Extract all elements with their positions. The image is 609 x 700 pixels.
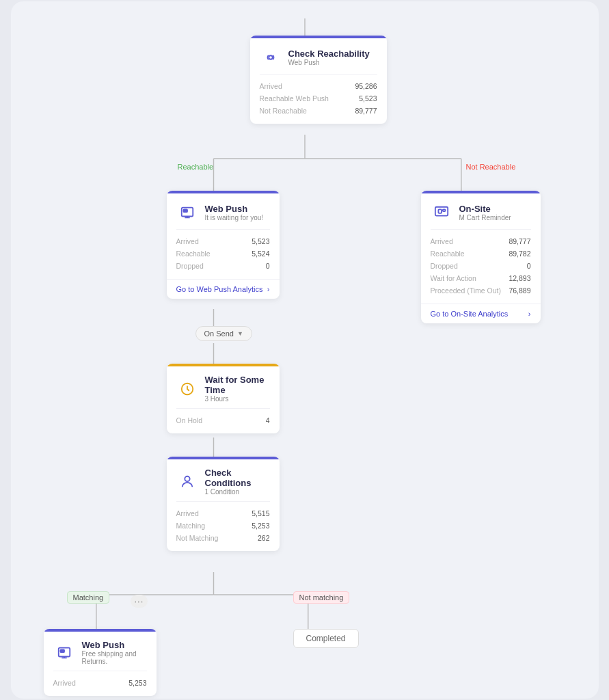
- not-reachable-label: Not Reachable: [462, 161, 520, 172]
- stat-value-dropped-wp: 0: [266, 262, 270, 270]
- check-conditions-card: Check Conditions 1 Condition Arrived 5,5…: [167, 457, 280, 551]
- stat-value-arrived-wp: 5,523: [252, 237, 269, 245]
- stat-value-matching-cc: 5,253: [252, 522, 269, 530]
- stat-label-proceeded: Proceeded (Time Out): [431, 286, 501, 295]
- stat-label-not-matching-cc: Not Matching: [176, 534, 219, 542]
- web-push-bottom-title: Web Push: [82, 640, 147, 650]
- svg-point-14: [269, 55, 273, 59]
- wait-title: Wait for Some Time: [205, 375, 270, 395]
- completed-box: Completed: [293, 629, 359, 648]
- svg-point-21: [185, 476, 189, 481]
- stat-value-arrived-os: 89,777: [509, 237, 530, 245]
- clock-icon: [176, 378, 198, 400]
- stat-label-not-reachable: Not Reachable: [260, 107, 307, 115]
- stat-label-reachable-wp: Reachable: [176, 250, 211, 258]
- stat-value-arrived-1: 95,286: [355, 82, 377, 90]
- web-push-bottom-subtitle: Free shipping and Returns.: [82, 650, 147, 665]
- person-icon: [176, 471, 198, 493]
- web-push-left-title: Web Push: [205, 204, 264, 214]
- web-push-left-subtitle: It is waiting for you!: [205, 214, 264, 221]
- stat-label-arrived-os: Arrived: [431, 237, 453, 245]
- reachable-label: Reachable: [174, 161, 218, 172]
- check-reachability-title: Check Reachability: [288, 49, 370, 59]
- stat-value-wait-action: 12,893: [509, 274, 530, 282]
- dropdown-arrow-icon: ▼: [237, 330, 243, 337]
- dots-menu[interactable]: ···: [131, 595, 148, 608]
- radio-waves-icon: [260, 46, 282, 68]
- on-site-subtitle: M Cart Reminder: [459, 214, 511, 221]
- matching-label: Matching: [67, 591, 110, 604]
- stat-label-arrived-wp: Arrived: [176, 237, 199, 245]
- check-reachability-subtitle: Web Push: [288, 59, 370, 66]
- stat-value-reachable-wp: 5,524: [252, 250, 269, 258]
- on-send-button[interactable]: On Send ▼: [195, 326, 252, 341]
- svg-rect-18: [438, 209, 442, 213]
- web-push-left-analytics-label: Go to Web Push Analytics: [176, 285, 263, 293]
- web-push-left-stats: Arrived 5,523 Reachable 5,524 Dropped 0: [167, 230, 280, 279]
- on-site-analytics-label: Go to On-Site Analytics: [431, 310, 509, 318]
- stat-label-arrived-cc: Arrived: [176, 509, 199, 517]
- webpush-bottom-icon: [53, 642, 75, 664]
- on-send-label: On Send: [204, 329, 234, 338]
- wait-subtitle: 3 Hours: [205, 395, 270, 403]
- check-reachability-card: Check Reachability Web Push Arrived 95,2…: [250, 36, 387, 124]
- on-site-card: On-Site M Cart Reminder Arrived 89,777 R…: [421, 191, 541, 323]
- check-reachability-stats: Arrived 95,286 Reachable Web Push 5,523 …: [250, 75, 387, 124]
- webpush-left-icon: [176, 202, 198, 224]
- stat-value-not-matching-cc: 262: [258, 534, 270, 542]
- wait-for-time-card: Wait for Some Time 3 Hours On Hold 4: [167, 364, 280, 433]
- stat-value-arrived-wpb: 5,253: [128, 679, 146, 687]
- onsite-icon: [431, 202, 452, 224]
- on-site-analytics-link[interactable]: Go to On-Site Analytics ›: [421, 304, 541, 323]
- stat-label-matching-cc: Matching: [176, 522, 206, 530]
- stat-label-reachable-webpush: Reachable Web Push: [260, 94, 329, 103]
- completed-label: Completed: [306, 634, 346, 643]
- check-conditions-subtitle: 1 Condition: [205, 488, 270, 496]
- check-conditions-stats: Arrived 5,515 Matching 5,253 Not Matchin…: [167, 502, 280, 551]
- stat-label-dropped-wp: Dropped: [176, 262, 204, 270]
- on-site-title: On-Site: [459, 204, 511, 214]
- stat-value-dropped-os: 0: [527, 262, 531, 270]
- stat-label-dropped-os: Dropped: [431, 262, 458, 270]
- web-push-bottom-card: Web Push Free shipping and Returns. Arri…: [44, 629, 157, 696]
- web-push-left-analytics-link[interactable]: Go to Web Push Analytics ›: [167, 279, 280, 299]
- stat-value-reachable-os: 89,782: [509, 250, 530, 258]
- svg-rect-16: [183, 209, 187, 212]
- web-push-bottom-stats: Arrived 5,253: [44, 671, 157, 696]
- stat-value-on-hold: 4: [266, 416, 270, 425]
- not-matching-label: Not matching: [293, 591, 350, 604]
- web-push-left-card: Web Push It is waiting for you! Arrived …: [167, 191, 280, 299]
- stat-value-reachable-webpush: 5,523: [359, 94, 377, 103]
- stat-value-not-reachable: 89,777: [355, 107, 377, 115]
- wait-stats: On Hold 4: [167, 409, 280, 433]
- stat-label-arrived-wpb: Arrived: [53, 679, 76, 687]
- stat-label-arrived-1: Arrived: [260, 82, 282, 90]
- stat-label-wait-action: Wait for Action: [431, 274, 476, 282]
- svg-rect-23: [60, 649, 64, 652]
- stat-value-arrived-cc: 5,515: [252, 509, 269, 517]
- stat-label-reachable-os: Reachable: [431, 250, 465, 258]
- stat-label-on-hold: On Hold: [176, 416, 203, 425]
- on-site-chevron: ›: [528, 310, 531, 318]
- on-site-stats: Arrived 89,777 Reachable 89,782 Dropped …: [421, 230, 541, 304]
- stat-value-proceeded: 76,889: [509, 286, 530, 295]
- svg-rect-19: [442, 209, 445, 211]
- web-push-left-chevron: ›: [267, 285, 270, 293]
- check-conditions-title: Check Conditions: [205, 468, 270, 488]
